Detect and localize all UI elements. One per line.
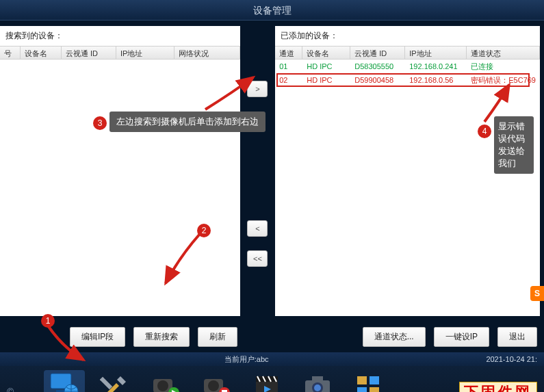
right-column-headers: 通道 设备名 云视通 ID IP地址 通道状态 <box>275 46 540 60</box>
annotation-badge-4: 4 <box>478 125 491 138</box>
research-button[interactable]: 重新搜索 <box>133 327 190 347</box>
grid-icon <box>353 372 383 392</box>
svg-point-5 <box>157 380 168 391</box>
svg-rect-17 <box>357 376 367 384</box>
cell-name: HD IPC <box>302 60 350 73</box>
one-key-ip-button[interactable]: 一键设IP <box>434 327 489 347</box>
col-ip[interactable]: IP地址 <box>116 47 174 59</box>
cell-id: D59900458 <box>350 73 405 87</box>
col-net-status[interactable]: 网络状况 <box>174 47 240 59</box>
col-channel-status[interactable]: 通道状态 <box>467 47 540 59</box>
col-cloud-id-r[interactable]: 云视通 ID <box>350 47 405 59</box>
camera-play-icon <box>151 372 181 392</box>
add-button[interactable]: > <box>247 81 268 97</box>
col-device-name[interactable]: 设备名 <box>21 47 62 59</box>
dock-device-manage[interactable]: 设备管理 <box>44 370 85 392</box>
annotation-badge-2: 2 <box>197 224 211 237</box>
svg-point-16 <box>314 384 321 391</box>
svg-rect-18 <box>370 376 379 384</box>
col-ip-r[interactable]: IP地址 <box>405 47 467 59</box>
left-panel-heading: 搜索到的设备： <box>0 26 240 46</box>
svg-rect-3 <box>100 377 112 389</box>
col-number[interactable]: 号 <box>0 47 21 59</box>
title-text: 设备管理 <box>253 5 292 16</box>
col-channel[interactable]: 通道 <box>275 47 302 59</box>
transfer-buttons: > < << <box>244 26 272 316</box>
svg-rect-20 <box>370 387 379 392</box>
cell-ip: 192.168.0.241 <box>405 60 467 73</box>
tools-icon <box>100 372 130 392</box>
annotation-tip-4: 显示错误代码发送给我们 <box>494 116 534 174</box>
svg-rect-14 <box>312 376 323 382</box>
camera-icon <box>302 372 333 392</box>
current-user: 当前用户:abc <box>7 352 486 366</box>
cell-ch: 01 <box>275 60 302 73</box>
col-device-name-r[interactable]: 设备名 <box>302 47 350 59</box>
cell-id: D58305550 <box>350 60 405 73</box>
exit-button[interactable]: 退出 <box>497 327 537 347</box>
datetime: 2021-10-24 21: <box>486 352 537 366</box>
watermark: 下固件网 xiagujian.com <box>459 382 537 392</box>
cell-status: 密码错误：E5C769 <box>467 73 540 87</box>
cell-ch: 02 <box>275 73 302 87</box>
clapper-icon <box>252 372 282 392</box>
cell-status: 已连接 <box>467 60 540 73</box>
copyright: © <box>7 387 34 393</box>
dock-playback[interactable]: 录像回放 <box>246 370 287 392</box>
content-area: 搜索到的设备： 号 设备名 云视通 ID IP地址 网络状况 > < << 已添… <box>0 21 544 322</box>
edit-ip-button[interactable]: 编辑IP段 <box>70 327 125 347</box>
sogou-icon[interactable]: S <box>530 286 544 301</box>
dock-capture[interactable]: 抓拍图像 <box>297 370 338 392</box>
left-panel: 搜索到的设备： 号 设备名 云视通 ID IP地址 网络状况 <box>0 26 240 316</box>
dock-layout[interactable]: 画面布局 <box>348 370 389 392</box>
annotation-badge-1: 1 <box>41 314 55 328</box>
right-panel-heading: 已添加的设备： <box>275 26 540 46</box>
left-column-headers: 号 设备名 云视通 ID IP地址 网络状况 <box>0 46 240 60</box>
monitor-globe-icon <box>49 372 79 392</box>
action-buttons: 编辑IP段 重新搜索 刷新 通道状态... 一键设IP 退出 <box>0 322 544 352</box>
bottom-dock: © 设备管理 系统参数 <box>0 366 544 392</box>
dock-record-on[interactable]: 录像全开 <box>145 370 186 392</box>
dock-system-params[interactable]: 系统参数 <box>94 370 135 392</box>
annotation-tip-3: 左边搜索到摄像机后单击添加到右边 <box>109 112 265 132</box>
channel-status-button[interactable]: 通道状态... <box>363 327 426 347</box>
title-bar: 设备管理 <box>0 0 544 21</box>
remove-button[interactable]: < <box>247 220 268 237</box>
col-cloud-id[interactable]: 云视通 ID <box>62 47 116 59</box>
cell-name: HD IPC <box>302 73 350 87</box>
left-panel-body <box>0 60 240 316</box>
refresh-button[interactable]: 刷新 <box>198 327 237 347</box>
dock-record-off[interactable]: 录像全停 <box>196 370 237 392</box>
svg-rect-19 <box>357 387 367 392</box>
annotation-badge-3: 3 <box>93 116 107 130</box>
watermark-line1: 下固件网 <box>464 384 532 392</box>
camera-stop-icon <box>201 372 231 392</box>
svg-point-8 <box>208 380 219 391</box>
table-row[interactable]: 01 HD IPC D58305550 192.168.0.241 已连接 <box>275 60 540 73</box>
table-row[interactable]: 02 HD IPC D59900458 192.168.0.56 密码错误：E5… <box>275 73 540 87</box>
right-panel-body: 01 HD IPC D58305550 192.168.0.241 已连接 02… <box>275 60 540 316</box>
remove-all-button[interactable]: << <box>247 250 268 267</box>
status-bar: 当前用户:abc 2021-10-24 21: <box>0 352 544 366</box>
cell-ip: 192.168.0.56 <box>405 73 467 87</box>
